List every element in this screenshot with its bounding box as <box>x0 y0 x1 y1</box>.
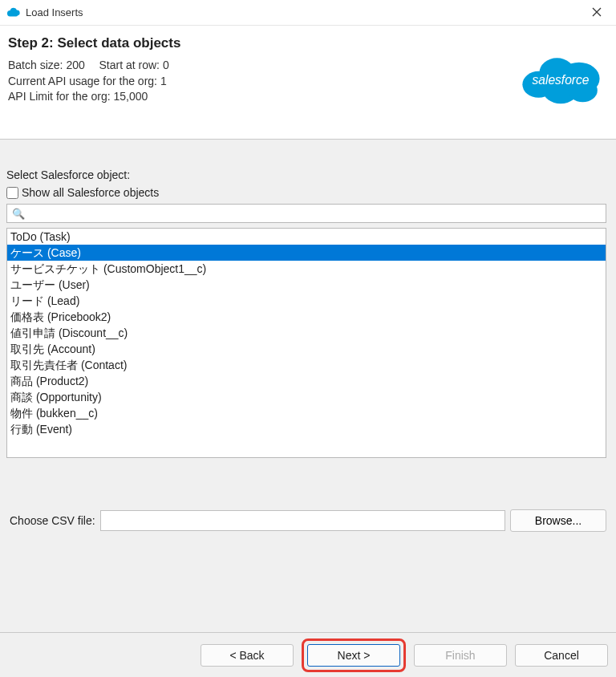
api-usage-value: 1 <box>160 75 167 87</box>
step-header: Step 2: Select data objects Batch size: … <box>0 26 616 140</box>
api-limit-label: API Limit for the org: <box>8 90 111 103</box>
api-usage-label: Current API usage for the org: <box>8 75 157 87</box>
api-limit-value: 15,000 <box>114 90 148 103</box>
search-box[interactable]: 🔍 <box>6 204 606 223</box>
list-item[interactable]: 行動 (Event) <box>7 421 606 437</box>
list-item[interactable]: ユーザー (User) <box>7 277 606 293</box>
close-icon <box>592 7 602 17</box>
batch-size-label: Batch size: <box>8 59 63 71</box>
window-title: Load Inserts <box>26 6 584 18</box>
back-button[interactable]: < Back <box>201 644 294 667</box>
list-item[interactable]: 商品 (Product2) <box>7 373 606 389</box>
browse-button[interactable]: Browse... <box>510 509 606 532</box>
search-input[interactable] <box>28 208 601 220</box>
cloud-icon <box>6 7 21 18</box>
info-lines: Batch size: 200 Start at row: 0 Current … <box>8 58 605 105</box>
list-item[interactable]: リード (Lead) <box>7 293 606 309</box>
list-item[interactable]: 値引申請 (Discount__c) <box>7 325 606 341</box>
list-item[interactable]: 取引先 (Account) <box>7 341 606 357</box>
footer: < Back Next > Finish Cancel <box>0 632 616 677</box>
cancel-button[interactable]: Cancel <box>515 644 608 667</box>
start-row-value: 0 <box>163 59 169 71</box>
next-button[interactable]: Next > <box>307 644 400 667</box>
close-button[interactable] <box>584 2 610 23</box>
csv-row: Choose CSV file: Browse... <box>6 509 610 532</box>
show-all-checkbox[interactable] <box>6 187 18 199</box>
step-title: Step 2: Select data objects <box>8 35 605 51</box>
svg-text:salesforce: salesforce <box>533 73 590 87</box>
list-item[interactable]: 物件 (bukken__c) <box>7 405 606 421</box>
list-item[interactable]: 価格表 (Pricebook2) <box>7 309 606 325</box>
salesforce-logo: salesforce <box>517 47 605 111</box>
start-row-label: Start at row: <box>99 59 160 71</box>
list-item[interactable]: 商談 (Opportunity) <box>7 389 606 405</box>
show-all-checkbox-row[interactable]: Show all Salesforce objects <box>6 186 610 199</box>
list-item[interactable]: 取引先責任者 (Contact) <box>7 357 606 373</box>
title-bar: Load Inserts <box>0 0 616 26</box>
csv-file-input[interactable] <box>100 510 505 531</box>
select-object-label: Select Salesforce object: <box>6 168 610 181</box>
finish-button: Finish <box>414 644 507 667</box>
list-item[interactable]: ToDo (Task) <box>7 229 606 245</box>
batch-size-value: 200 <box>66 59 84 71</box>
next-highlight: Next > <box>302 638 406 672</box>
body: Select Salesforce object: Show all Sales… <box>0 140 616 632</box>
list-item[interactable]: サービスチケット (CustomObject1__c) <box>7 261 606 277</box>
csv-label: Choose CSV file: <box>10 514 95 527</box>
search-icon: 🔍 <box>12 208 25 220</box>
object-listbox[interactable]: ToDo (Task)ケース (Case)サービスチケット (CustomObj… <box>6 228 606 458</box>
show-all-label: Show all Salesforce objects <box>22 186 159 199</box>
list-item[interactable]: ケース (Case) <box>7 245 606 261</box>
